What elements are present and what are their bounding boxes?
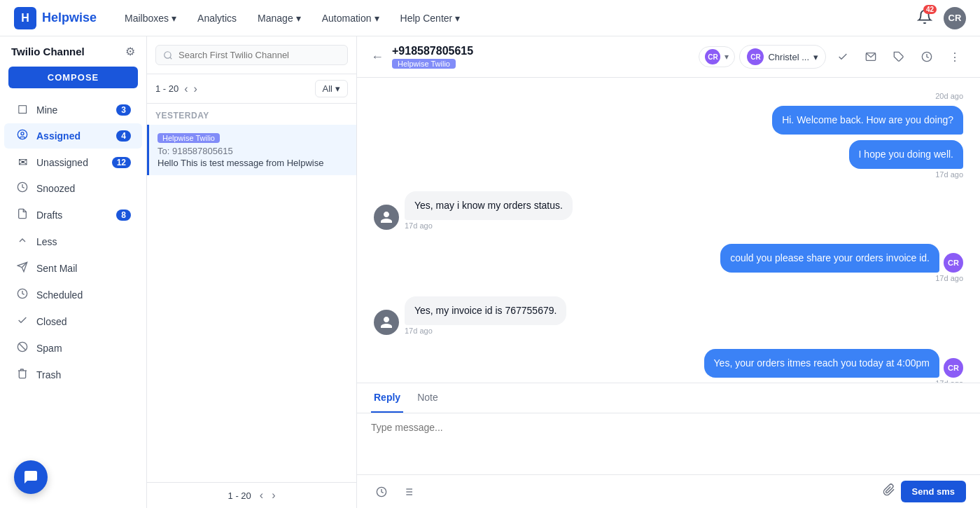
- notifications-button[interactable]: 42: [917, 9, 932, 27]
- msg-timestamp: 20d ago: [374, 92, 963, 100]
- unassigned-selector[interactable]: CR ▾: [699, 46, 735, 67]
- message-input[interactable]: [371, 422, 966, 464]
- sidebar-channel-title: Twilio Channel: [11, 46, 85, 57]
- unassigned-avatar: CR: [705, 49, 720, 64]
- pager-next[interactable]: ›: [194, 83, 197, 95]
- message-bubble: Yes, may i know my orders status.: [405, 191, 573, 220]
- sidebar-item-snoozed[interactable]: Snoozed: [4, 176, 142, 201]
- settings-icon[interactable]: ⚙: [125, 45, 135, 58]
- message-row: Yes, may i know my orders status. 17d ag…: [374, 191, 963, 230]
- agent-avatar: CR: [944, 358, 963, 378]
- clock-tool-icon[interactable]: [371, 481, 392, 502]
- compose-button[interactable]: COMPOSE: [8, 67, 138, 88]
- assignee-selector[interactable]: CR Christel ... ▾: [739, 45, 826, 69]
- spam-icon: [15, 341, 29, 355]
- msg-time: 17d ago: [405, 327, 433, 335]
- back-button[interactable]: ←: [371, 50, 384, 64]
- sidebar-item-scheduled[interactable]: Scheduled: [4, 282, 142, 308]
- chevron-down-icon: ▾: [813, 52, 818, 62]
- more-options-button[interactable]: ⋮: [944, 46, 966, 68]
- conv-toolbar: 1 - 20 ‹ › All ▾: [147, 74, 356, 104]
- sidebar-item-less[interactable]: Less: [4, 229, 142, 254]
- tag-button[interactable]: [888, 46, 910, 68]
- msg-time: 17d ago: [405, 221, 433, 230]
- chevron-down-icon: ▾: [172, 13, 176, 24]
- sidebar-item-assigned[interactable]: Assigned 4: [4, 123, 142, 149]
- contact-avatar: [374, 205, 399, 230]
- nav-manage[interactable]: Manage ▾: [258, 13, 301, 24]
- sidebar-item-drafts[interactable]: Drafts 8: [4, 202, 142, 228]
- chevron-down-icon: ▾: [335, 83, 340, 94]
- sidebar-item-unassigned[interactable]: ✉ Unassigned 12: [4, 150, 142, 174]
- send-icon: [15, 261, 29, 275]
- tab-note[interactable]: Note: [414, 383, 441, 413]
- chat-header-info: +918587805615 Helpwise Twilio: [392, 45, 690, 69]
- sidebar-item-spam[interactable]: Spam: [4, 336, 142, 361]
- message-bubble: Yes, my invoice id is 767755679.: [405, 296, 566, 325]
- filter-button[interactable]: All ▾: [315, 80, 348, 97]
- chat-phone: +918587805615: [392, 45, 690, 57]
- message-row: Yes, your orders itmes reach you today a…: [374, 349, 963, 383]
- reply-tabs: Reply Note: [357, 383, 980, 413]
- resolve-button[interactable]: [832, 46, 854, 68]
- contact-avatar: [374, 310, 399, 335]
- pager-prev[interactable]: ‹: [184, 83, 188, 95]
- chevron-down-icon: ▾: [724, 52, 729, 62]
- chat-channel-tag: Helpwise Twilio: [392, 59, 456, 69]
- search-bar: [147, 36, 356, 74]
- pager-next-bottom[interactable]: ›: [272, 490, 275, 501]
- chevron-up-icon: [15, 235, 29, 249]
- draft-icon: [15, 208, 29, 222]
- support-chat-bubble[interactable]: [14, 460, 48, 494]
- sidebar-item-closed[interactable]: Closed: [4, 309, 142, 334]
- nav-automation[interactable]: Automation ▾: [322, 13, 379, 24]
- send-button[interactable]: Send sms: [901, 481, 966, 502]
- schedule-button[interactable]: [916, 46, 938, 68]
- assignee-avatar: CR: [747, 48, 764, 65]
- user-avatar[interactable]: CR: [944, 7, 966, 29]
- search-input[interactable]: [178, 50, 340, 60]
- conversation-list: 1 - 20 ‹ › All ▾ YESTERDAY Helpwise Twil…: [147, 36, 357, 508]
- schedule-icon: [15, 288, 29, 302]
- message-row: could you please share your orders invoi…: [374, 244, 963, 282]
- trash-icon: [15, 368, 29, 382]
- agent-avatar: CR: [944, 253, 963, 273]
- chevron-down-icon: ▾: [296, 13, 301, 24]
- reply-input-area: [357, 413, 980, 474]
- mail-button[interactable]: [860, 46, 882, 68]
- sidebar-item-trash[interactable]: Trash: [4, 362, 142, 387]
- tab-reply[interactable]: Reply: [371, 383, 403, 413]
- nav-helpcenter[interactable]: Help Center ▾: [400, 13, 461, 24]
- message-row: I hope you doing well. 17d ago: [374, 140, 963, 179]
- svg-line-9: [170, 57, 172, 59]
- chat-panel: ← +918587805615 Helpwise Twilio CR ▾ CR …: [357, 36, 980, 508]
- msg-time: 17d ago: [935, 274, 963, 282]
- sidebar-item-sent[interactable]: Sent Mail: [4, 256, 142, 281]
- conversation-item[interactable]: Helpwise Twilio To: 918587805615 Hello T…: [147, 125, 356, 175]
- svg-line-7: [19, 343, 25, 350]
- inbox-icon: ☐: [15, 103, 29, 116]
- clock-icon: [15, 181, 29, 195]
- message-row: Hi. Welcome back. How are you doing?: [374, 106, 963, 135]
- message-bubble: I hope you doing well.: [849, 140, 963, 169]
- section-label: YESTERDAY: [147, 104, 356, 125]
- conv-preview: Hello This is test message from Helpwise: [158, 158, 348, 168]
- attachment-button[interactable]: [883, 483, 895, 500]
- assigned-icon: [15, 129, 29, 143]
- msg-time: 17d ago: [935, 170, 963, 179]
- conv-to: To: 918587805615: [158, 146, 348, 156]
- search-icon: [163, 50, 173, 60]
- nav-mailboxes[interactable]: Mailboxes ▾: [125, 13, 176, 24]
- conv-tag: Helpwise Twilio: [158, 133, 220, 143]
- reply-toolbar: Send sms: [357, 474, 980, 508]
- chat-header-actions: CR ▾ CR Christel ... ▾: [699, 45, 966, 69]
- chat-header: ← +918587805615 Helpwise Twilio CR ▾ CR …: [357, 36, 980, 78]
- list-tool-icon[interactable]: [398, 481, 419, 502]
- pager-prev-bottom[interactable]: ‹: [260, 490, 263, 501]
- nav-analytics[interactable]: Analytics: [197, 13, 237, 24]
- sidebar-item-mine[interactable]: ☐ Mine 3: [4, 97, 142, 122]
- logo[interactable]: H Helpwise: [14, 7, 97, 29]
- message-bubble: Hi. Welcome back. How are you doing?: [772, 106, 963, 135]
- reply-area: Reply Note Send sms: [357, 383, 980, 508]
- message-bubble: Yes, your orders itmes reach you today a…: [704, 349, 939, 378]
